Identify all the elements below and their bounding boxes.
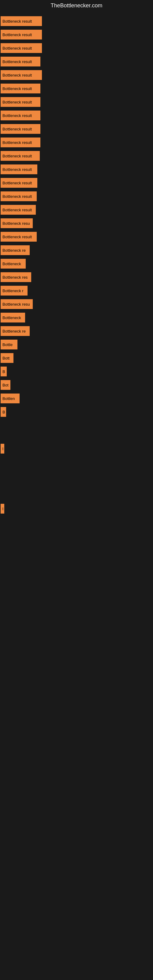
bar-row: Bottleneck result	[0, 95, 153, 109]
bar-row: Bottleneck result	[0, 176, 153, 189]
bottleneck-bar[interactable]: Bottleneck result	[1, 57, 40, 67]
bar-row: Bottleneck re	[0, 243, 153, 257]
bottleneck-bar[interactable]: l	[1, 444, 4, 453]
bar-row: Bottleneck result	[0, 122, 153, 136]
bar-row: Bottleneck result	[0, 41, 153, 55]
bar-row: Bottleneck result	[0, 68, 153, 82]
bar-row: Bottleneck result	[0, 14, 153, 28]
bottleneck-bar[interactable]: Bottleneck r	[1, 286, 27, 296]
bar-row: Bottleneck	[0, 311, 153, 324]
bar-row: Bottleneck	[0, 257, 153, 270]
bar-row: Bottleneck result	[0, 162, 153, 176]
bar-row	[0, 479, 153, 490]
bar-row: Bottle	[0, 338, 153, 351]
bar-row: Bottleneck resu	[0, 216, 153, 230]
bar-row: Bottleneck result	[0, 28, 153, 41]
bottleneck-bar[interactable]: Bottleneck res	[1, 272, 31, 282]
bar-row	[0, 455, 153, 467]
bottleneck-bar[interactable]: Bottleneck result	[1, 164, 37, 174]
bottleneck-bar[interactable]: Bottleneck result	[1, 84, 40, 94]
bars-container: Bottleneck resultBottleneck resultBottle…	[0, 11, 153, 519]
bottleneck-bar[interactable]: Bottleneck result	[1, 111, 40, 120]
bar-row: Bottleneck re	[0, 324, 153, 338]
bar-row: Bottleneck result	[0, 203, 153, 216]
bottleneck-bar[interactable]: Bottlen	[1, 393, 19, 403]
bar-row	[0, 418, 153, 430]
bottleneck-bar[interactable]: Bottleneck result	[1, 178, 37, 188]
bar-row: B	[0, 405, 153, 418]
bar-row: Bottleneck result	[0, 230, 153, 243]
bottleneck-bar[interactable]: Bottleneck result	[1, 43, 42, 53]
bar-row: Bottleneck result	[0, 149, 153, 162]
bar-row: Bottleneck resu	[0, 298, 153, 311]
bar-row: Bottleneck result	[0, 82, 153, 95]
bottleneck-bar[interactable]: Bottleneck result	[1, 124, 40, 134]
bar-row: Bottleneck result	[0, 55, 153, 68]
bottleneck-bar[interactable]: Bottleneck resu	[1, 218, 33, 228]
bottleneck-bar[interactable]: Bottleneck result	[1, 137, 40, 147]
bottleneck-bar[interactable]: Bottleneck result	[1, 191, 37, 201]
bar-row	[0, 430, 153, 442]
site-title: TheBottlenecker.com	[0, 0, 153, 11]
bottleneck-bar[interactable]: Bottleneck re	[1, 245, 30, 255]
bottleneck-bar[interactable]: Bottle	[1, 340, 18, 350]
bar-row: Bottleneck result	[0, 189, 153, 203]
bar-row: Bottlen	[0, 392, 153, 405]
bar-row: l	[0, 502, 153, 515]
bar-row: B	[0, 365, 153, 378]
bar-row: l	[0, 442, 153, 455]
bottleneck-bar[interactable]: l	[1, 504, 4, 514]
bottleneck-bar[interactable]: B	[1, 367, 7, 376]
bottleneck-bar[interactable]: B	[1, 407, 6, 417]
bar-row: Bottleneck result	[0, 109, 153, 122]
bottleneck-bar[interactable]: Bottleneck result	[1, 70, 42, 80]
bottleneck-bar[interactable]: Bottleneck result	[1, 205, 36, 215]
bottleneck-bar[interactable]: Bott	[1, 353, 13, 363]
bottleneck-bar[interactable]: Bottleneck resu	[1, 299, 33, 309]
bottleneck-bar[interactable]: Bottleneck	[1, 313, 25, 323]
bar-row: Bottleneck r	[0, 284, 153, 298]
bar-row: Bottleneck res	[0, 270, 153, 284]
bottleneck-bar[interactable]: Bot	[1, 380, 10, 390]
bar-row: Bot	[0, 378, 153, 392]
bottleneck-bar[interactable]: Bottleneck re	[1, 326, 30, 336]
bar-row: Bottleneck result	[0, 136, 153, 149]
bottleneck-bar[interactable]: Bottleneck result	[1, 16, 42, 26]
bottleneck-bar[interactable]: Bottleneck	[1, 259, 26, 269]
bar-row	[0, 490, 153, 502]
bottleneck-bar[interactable]: Bottleneck result	[1, 30, 42, 40]
bottleneck-bar[interactable]: Bottleneck result	[1, 97, 40, 107]
bar-row: Bott	[0, 351, 153, 365]
bar-row	[0, 467, 153, 479]
bottleneck-bar[interactable]: Bottleneck result	[1, 232, 37, 242]
bottleneck-bar[interactable]: Bottleneck result	[1, 151, 40, 161]
